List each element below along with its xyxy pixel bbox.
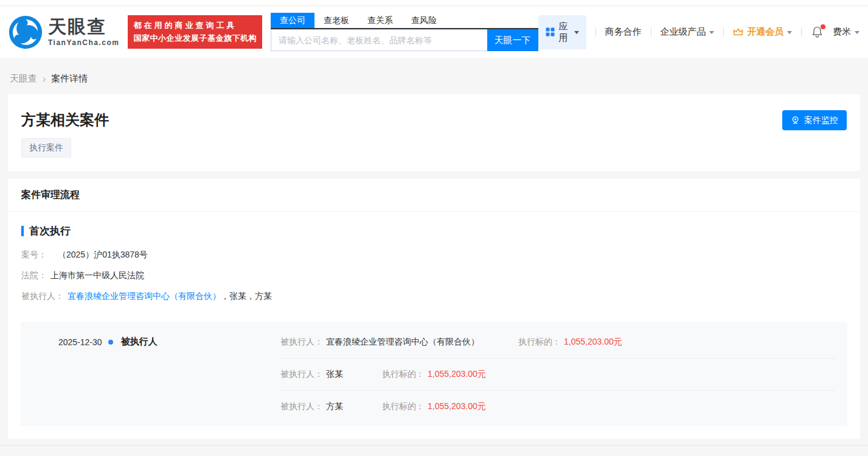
row-defendant-name: 方某 bbox=[326, 401, 343, 412]
notification-dot bbox=[821, 24, 825, 29]
row-amount-label: 执行标的： bbox=[518, 337, 561, 348]
breadcrumb-separator: › bbox=[43, 74, 46, 85]
nav-divider bbox=[651, 27, 651, 37]
case-number-value: （2025）沪01执3878号 bbox=[58, 244, 148, 265]
search-tabs: 查公司 查老板 查关系 查风险 bbox=[271, 13, 538, 29]
table-row: 被执行人： 宜春浪绫企业管理咨询中心（有限合伙） 执行标的： 1,055,203… bbox=[280, 326, 835, 358]
row-defendant-label: 被执行人： bbox=[280, 401, 323, 412]
row-amount-value: 1,055,203.00元 bbox=[428, 369, 486, 380]
chevron-down-icon bbox=[709, 31, 714, 34]
case-number-row: 案号： （2025）沪01执3878号 bbox=[21, 244, 847, 265]
search-tab-risk[interactable]: 查风险 bbox=[402, 13, 446, 28]
username: 费米 bbox=[833, 26, 851, 38]
row-amount-label: 执行标的： bbox=[382, 401, 425, 412]
nav-enterprise-label: 企业级产品 bbox=[660, 26, 706, 38]
chevron-down-icon bbox=[787, 31, 792, 34]
notifications-button[interactable] bbox=[811, 26, 824, 38]
timeline-block: 2025-12-30 被执行人 被执行人： 宜春浪绫企业管理咨询中心（有限合伙）… bbox=[21, 322, 847, 426]
defendant-company-link[interactable]: 宜春浪绫企业管理咨询中心（有限合伙） bbox=[68, 286, 221, 306]
nav-cooperation-label: 商务合作 bbox=[605, 26, 642, 38]
nav-divider bbox=[595, 27, 596, 37]
breadcrumb: 天眼查 › 案件详情 bbox=[0, 58, 868, 94]
timeline-dot bbox=[108, 340, 113, 345]
search-input[interactable] bbox=[271, 29, 487, 51]
timeline-date: 2025-12-30 bbox=[58, 337, 102, 347]
defendants-label: 被执行人： bbox=[21, 286, 64, 306]
row-defendant-label: 被执行人： bbox=[280, 337, 323, 348]
court-row: 法院： 上海市第一中级人民法院 bbox=[21, 265, 847, 286]
nav-divider bbox=[723, 27, 724, 37]
nav-vip[interactable]: 开通会员 bbox=[733, 26, 792, 38]
case-process-card: 案件审理流程 首次执行 案号： （2025）沪01执3878号 法院： 上海市第… bbox=[8, 179, 860, 439]
chevron-down-icon bbox=[855, 31, 859, 34]
nav-divider bbox=[801, 27, 802, 37]
crown-icon bbox=[733, 27, 743, 37]
search-button[interactable]: 天眼一下 bbox=[487, 29, 538, 51]
table-row: 被执行人： 方某 执行标的： 1,055,203.00元 bbox=[280, 390, 835, 423]
timeline-rows: 被执行人： 宜春浪绫企业管理咨询中心（有限合伙） 执行标的： 1,055,203… bbox=[280, 326, 847, 423]
row-amount-label: 执行标的： bbox=[382, 369, 425, 380]
slogan-line2: 国家中小企业发展子基金旗下机构 bbox=[133, 32, 257, 44]
header-nav: 应用 商务合作 企业级产品 开通会员 bbox=[538, 15, 859, 49]
nav-apps[interactable]: 应用 bbox=[538, 15, 586, 49]
nav-enterprise-products[interactable]: 企业级产品 bbox=[660, 26, 714, 38]
court-value: 上海市第一中级人民法院 bbox=[50, 265, 144, 286]
stage-title: 首次执行 bbox=[29, 224, 71, 238]
case-number-label: 案号： bbox=[21, 244, 47, 265]
case-header-card: 方某相关案件 执行案件 案件监控 bbox=[8, 94, 860, 171]
court-label: 法院： bbox=[21, 265, 47, 286]
nav-business-cooperation[interactable]: 商务合作 bbox=[605, 26, 642, 38]
breadcrumb-current: 案件详情 bbox=[51, 73, 88, 85]
grid-icon bbox=[546, 27, 555, 37]
search-bar: 天眼一下 bbox=[271, 29, 538, 51]
stage-header: 首次执行 bbox=[21, 224, 847, 238]
site-header: 天眼查 TianYanCha.com 都在用的商业查询工具 国家中小企业发展子基… bbox=[0, 6, 868, 58]
search-tab-company[interactable]: 查公司 bbox=[271, 13, 314, 28]
search-tab-relation[interactable]: 查关系 bbox=[358, 13, 402, 28]
section-title: 案件审理流程 bbox=[8, 179, 860, 212]
search-tab-boss[interactable]: 查老板 bbox=[314, 13, 358, 28]
case-monitor-label: 案件监控 bbox=[804, 115, 838, 126]
page-title: 方某相关案件 bbox=[21, 110, 847, 130]
site-logo[interactable]: 天眼查 TianYanCha.com bbox=[9, 15, 119, 49]
row-amount-value: 1,055,203.00元 bbox=[564, 337, 622, 348]
logo-text: 天眼查 TianYanCha.com bbox=[48, 18, 119, 47]
logo-title: 天眼查 bbox=[48, 18, 119, 36]
case-info: 案号： （2025）沪01执3878号 法院： 上海市第一中级人民法院 被执行人… bbox=[21, 244, 847, 306]
breadcrumb-home[interactable]: 天眼查 bbox=[10, 73, 37, 85]
row-defendant-company-link[interactable]: 宜春浪绫企业管理咨询中心（有限合伙） bbox=[326, 337, 479, 348]
case-type-tag: 执行案件 bbox=[21, 138, 71, 158]
search-module: 查公司 查老板 查关系 查风险 天眼一下 bbox=[271, 13, 538, 51]
logo-domain: TianYanCha.com bbox=[48, 38, 119, 47]
slogan-line1: 都在用的商业查询工具 bbox=[133, 19, 257, 32]
slogan-badge: 都在用的商业查询工具 国家中小企业发展子基金旗下机构 bbox=[128, 15, 262, 48]
defendants-others: ，张某，方某 bbox=[221, 286, 272, 306]
nav-apps-label: 应用 bbox=[559, 21, 570, 44]
case-monitor-button[interactable]: 案件监控 bbox=[782, 110, 847, 130]
top-strip bbox=[0, 0, 868, 6]
row-amount-value: 1,055,203.00元 bbox=[428, 401, 486, 412]
nav-user-menu[interactable]: 费米 bbox=[833, 26, 859, 38]
row-defendant-label: 被执行人： bbox=[280, 369, 323, 380]
stage-accent-bar bbox=[21, 226, 24, 236]
timeline-left: 2025-12-30 被执行人 bbox=[21, 326, 280, 423]
row-defendant-name: 张某 bbox=[326, 369, 343, 380]
webcam-icon bbox=[791, 116, 800, 125]
timeline-node: 2025-12-30 被执行人 bbox=[21, 326, 280, 358]
footer-disclaimer: 信息来源于网络公开数据，天眼查不保证内容的真实性、准确性，请你使用信息前自行进一… bbox=[0, 445, 868, 456]
tianyancha-swirl-icon bbox=[9, 15, 43, 49]
table-row: 被执行人： 张某 执行标的： 1,055,203.00元 bbox=[280, 358, 835, 390]
timeline-node-title: 被执行人 bbox=[121, 336, 158, 348]
defendants-row: 被执行人： 宜春浪绫企业管理咨询中心（有限合伙） ，张某，方某 bbox=[21, 286, 847, 306]
nav-vip-label: 开通会员 bbox=[747, 26, 783, 38]
chevron-down-icon bbox=[574, 31, 579, 34]
